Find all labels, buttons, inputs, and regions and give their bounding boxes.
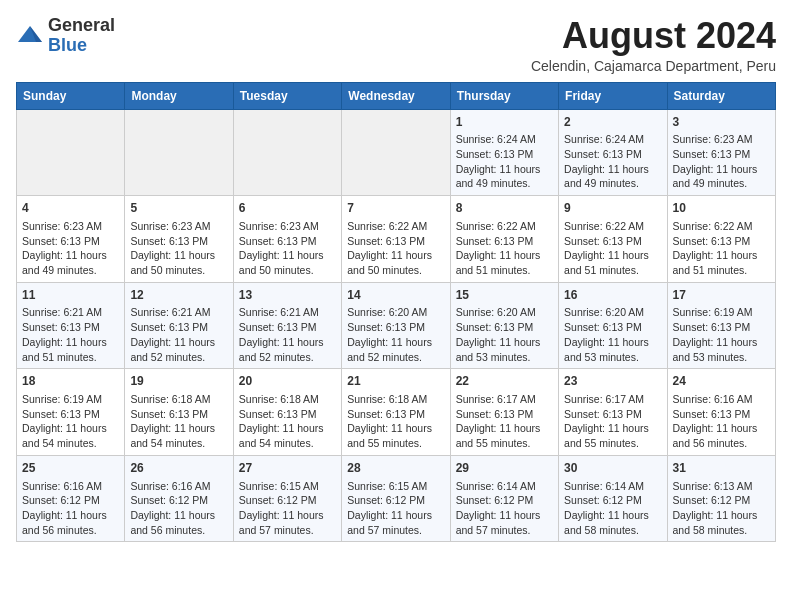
- day-info-line: Sunrise: 6:18 AM: [130, 392, 227, 407]
- day-info-line: Sunrise: 6:23 AM: [673, 132, 770, 147]
- day-info-line: Sunrise: 6:17 AM: [456, 392, 553, 407]
- day-info-line: Daylight: 11 hours: [673, 335, 770, 350]
- day-info-line: Sunset: 6:13 PM: [130, 407, 227, 422]
- day-info-line: Sunrise: 6:17 AM: [564, 392, 661, 407]
- calendar-week-row: 4Sunrise: 6:23 AMSunset: 6:13 PMDaylight…: [17, 196, 776, 283]
- day-info-line: Sunset: 6:13 PM: [564, 407, 661, 422]
- day-info-line: Daylight: 11 hours: [456, 162, 553, 177]
- day-info-line: Daylight: 11 hours: [673, 421, 770, 436]
- day-info-line: Sunrise: 6:23 AM: [130, 219, 227, 234]
- day-of-week-header: Sunday: [17, 82, 125, 109]
- calendar-week-row: 11Sunrise: 6:21 AMSunset: 6:13 PMDayligh…: [17, 282, 776, 369]
- day-info-line: Sunset: 6:13 PM: [456, 147, 553, 162]
- day-info-line: Sunrise: 6:18 AM: [239, 392, 336, 407]
- calendar-cell: 10Sunrise: 6:22 AMSunset: 6:13 PMDayligh…: [667, 196, 775, 283]
- day-info-line: and 55 minutes.: [456, 436, 553, 451]
- day-number: 13: [239, 287, 336, 304]
- calendar-cell: 22Sunrise: 6:17 AMSunset: 6:13 PMDayligh…: [450, 369, 558, 456]
- logo: General Blue: [16, 16, 115, 56]
- day-info-line: Daylight: 11 hours: [456, 335, 553, 350]
- logo-icon: [16, 22, 44, 50]
- day-info-line: Sunset: 6:12 PM: [456, 493, 553, 508]
- day-info-line: Daylight: 11 hours: [239, 248, 336, 263]
- day-info-line: Sunset: 6:13 PM: [130, 234, 227, 249]
- day-info-line: and 52 minutes.: [239, 350, 336, 365]
- day-number: 12: [130, 287, 227, 304]
- day-info-line: and 54 minutes.: [239, 436, 336, 451]
- day-info-line: Sunset: 6:12 PM: [347, 493, 444, 508]
- calendar-cell: 31Sunrise: 6:13 AMSunset: 6:12 PMDayligh…: [667, 455, 775, 542]
- day-info-line: Sunrise: 6:21 AM: [22, 305, 119, 320]
- title-block: August 2024 Celendin, Cajamarca Departme…: [531, 16, 776, 74]
- day-number: 21: [347, 373, 444, 390]
- day-info-line: Daylight: 11 hours: [130, 248, 227, 263]
- day-info-line: and 49 minutes.: [456, 176, 553, 191]
- day-info-line: Sunset: 6:13 PM: [456, 407, 553, 422]
- day-info-line: Sunset: 6:13 PM: [239, 407, 336, 422]
- calendar-cell: 17Sunrise: 6:19 AMSunset: 6:13 PMDayligh…: [667, 282, 775, 369]
- calendar-cell: 16Sunrise: 6:20 AMSunset: 6:13 PMDayligh…: [559, 282, 667, 369]
- day-info-line: Daylight: 11 hours: [673, 248, 770, 263]
- day-info-line: Sunrise: 6:13 AM: [673, 479, 770, 494]
- day-info-line: Daylight: 11 hours: [347, 335, 444, 350]
- day-number: 27: [239, 460, 336, 477]
- day-info-line: Sunset: 6:12 PM: [673, 493, 770, 508]
- day-info-line: Sunrise: 6:14 AM: [456, 479, 553, 494]
- calendar-cell: 9Sunrise: 6:22 AMSunset: 6:13 PMDaylight…: [559, 196, 667, 283]
- day-info-line: Sunset: 6:13 PM: [564, 147, 661, 162]
- day-info-line: Sunrise: 6:20 AM: [456, 305, 553, 320]
- day-of-week-header: Friday: [559, 82, 667, 109]
- day-number: 2: [564, 114, 661, 131]
- day-info-line: Sunset: 6:12 PM: [22, 493, 119, 508]
- day-info-line: and 56 minutes.: [22, 523, 119, 538]
- day-info-line: Daylight: 11 hours: [564, 421, 661, 436]
- day-info-line: Sunset: 6:13 PM: [564, 320, 661, 335]
- calendar-table: SundayMondayTuesdayWednesdayThursdayFrid…: [16, 82, 776, 543]
- calendar-cell: 6Sunrise: 6:23 AMSunset: 6:13 PMDaylight…: [233, 196, 341, 283]
- page-header: General Blue August 2024 Celendin, Cajam…: [16, 16, 776, 74]
- day-info-line: Sunset: 6:12 PM: [564, 493, 661, 508]
- day-info-line: Sunset: 6:13 PM: [239, 320, 336, 335]
- calendar-cell: [125, 109, 233, 196]
- calendar-cell: 12Sunrise: 6:21 AMSunset: 6:13 PMDayligh…: [125, 282, 233, 369]
- day-info-line: and 56 minutes.: [673, 436, 770, 451]
- calendar-cell: 1Sunrise: 6:24 AMSunset: 6:13 PMDaylight…: [450, 109, 558, 196]
- day-number: 28: [347, 460, 444, 477]
- day-info-line: Sunrise: 6:22 AM: [456, 219, 553, 234]
- day-number: 29: [456, 460, 553, 477]
- day-number: 11: [22, 287, 119, 304]
- month-year-title: August 2024: [531, 16, 776, 56]
- calendar-week-row: 1Sunrise: 6:24 AMSunset: 6:13 PMDaylight…: [17, 109, 776, 196]
- calendar-cell: 30Sunrise: 6:14 AMSunset: 6:12 PMDayligh…: [559, 455, 667, 542]
- day-number: 14: [347, 287, 444, 304]
- day-info-line: Sunset: 6:13 PM: [347, 407, 444, 422]
- day-number: 6: [239, 200, 336, 217]
- calendar-cell: 14Sunrise: 6:20 AMSunset: 6:13 PMDayligh…: [342, 282, 450, 369]
- day-info-line: Sunrise: 6:14 AM: [564, 479, 661, 494]
- day-info-line: Daylight: 11 hours: [347, 248, 444, 263]
- day-info-line: Sunrise: 6:23 AM: [239, 219, 336, 234]
- day-number: 30: [564, 460, 661, 477]
- day-info-line: Sunset: 6:13 PM: [22, 407, 119, 422]
- day-info-line: Sunrise: 6:19 AM: [673, 305, 770, 320]
- day-info-line: Sunrise: 6:16 AM: [673, 392, 770, 407]
- day-info-line: and 56 minutes.: [130, 523, 227, 538]
- day-info-line: and 57 minutes.: [239, 523, 336, 538]
- day-info-line: Sunset: 6:13 PM: [673, 407, 770, 422]
- day-of-week-header: Thursday: [450, 82, 558, 109]
- day-info-line: Sunset: 6:13 PM: [673, 147, 770, 162]
- day-info-line: Daylight: 11 hours: [673, 162, 770, 177]
- day-info-line: and 57 minutes.: [456, 523, 553, 538]
- day-number: 7: [347, 200, 444, 217]
- day-info-line: Sunset: 6:12 PM: [130, 493, 227, 508]
- day-info-line: and 53 minutes.: [673, 350, 770, 365]
- day-info-line: Sunrise: 6:18 AM: [347, 392, 444, 407]
- day-info-line: Sunrise: 6:20 AM: [564, 305, 661, 320]
- day-number: 4: [22, 200, 119, 217]
- day-info-line: Sunrise: 6:21 AM: [130, 305, 227, 320]
- day-info-line: and 57 minutes.: [347, 523, 444, 538]
- calendar-cell: 28Sunrise: 6:15 AMSunset: 6:12 PMDayligh…: [342, 455, 450, 542]
- calendar-cell: 3Sunrise: 6:23 AMSunset: 6:13 PMDaylight…: [667, 109, 775, 196]
- calendar-cell: 26Sunrise: 6:16 AMSunset: 6:12 PMDayligh…: [125, 455, 233, 542]
- day-info-line: Sunrise: 6:20 AM: [347, 305, 444, 320]
